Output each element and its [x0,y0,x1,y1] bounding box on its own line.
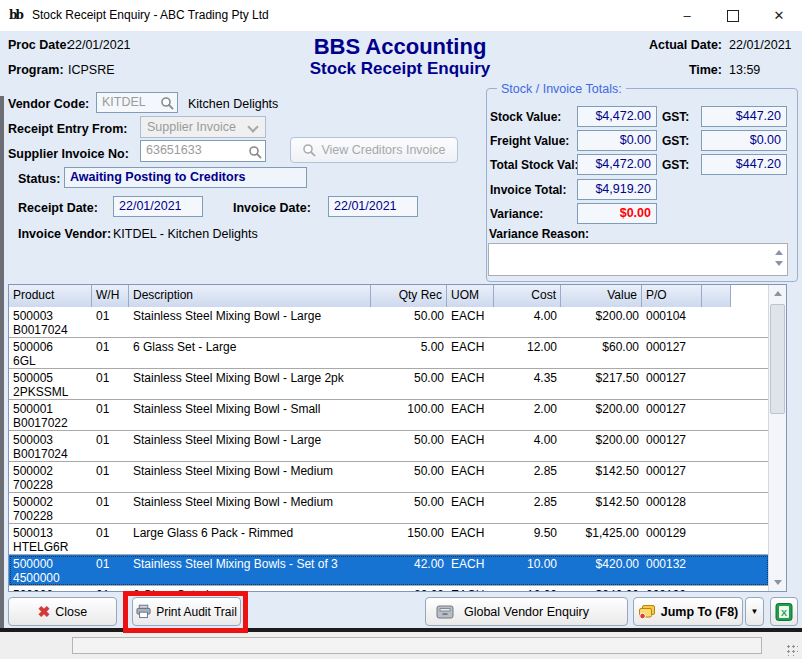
cell-product: 500006 [13,588,53,591]
cell-po: 000128 [646,495,686,509]
proc-date-value: 22/01/2021 [68,38,131,52]
cell-product-alt: B0017024 [13,447,68,461]
cell-description: Stainless Steel Mixing Bowl - Large 2pk [133,371,344,385]
cell-product-alt: 2PKSSML [13,385,68,399]
supplier-invoice-no-label: Supplier Invoice No: [8,147,129,161]
table-row[interactable]: 500000 4500000 01 Stainless Steel Mixing… [9,555,769,586]
view-creditors-invoice-button[interactable]: View Creditors Invoice [290,137,458,163]
bbs-app-icon: bb [9,7,26,24]
cell-value: $420.00 [549,557,639,571]
global-vendor-enquiry-label: Global Vendor Enquiry [464,605,589,619]
print-audit-trail-button[interactable]: Print Audit Trail [132,597,241,626]
table-row[interactable]: 500006 01 6 Glass Set - Large 20.00 EACH… [9,586,769,591]
total-stock-val-label: Total Stock Val: [490,158,578,172]
jump-to-button[interactable]: Jump To (F8) [633,597,743,626]
vendor-code-label: Vendor Code: [8,97,89,111]
cell-warehouse: 01 [96,371,109,385]
cell-warehouse: 01 [96,526,109,540]
col-wh[interactable]: W/H [92,285,129,307]
vendor-cabinet-icon [436,604,454,620]
stock-gst-label: GST: [662,110,689,124]
table-row[interactable]: 500003 B0017024 01 Stainless Steel Mixin… [9,431,769,462]
close-button[interactable]: ✖ Close [8,597,117,626]
cell-value: $200.00 [549,433,639,447]
cell-qty-rec: 42.00 [359,557,444,571]
cell-po: 000104 [646,309,686,323]
table-row[interactable]: 500006 6GL 01 6 Glass Set - Large 5.00 E… [9,338,769,369]
table-row[interactable]: 500002 700228 01 Stainless Steel Mixing … [9,462,769,493]
cell-value: $1,425.00 [549,526,639,540]
minimize-button[interactable]: – [664,0,710,31]
scroll-up-button[interactable] [769,285,786,302]
program-label: Program: [8,63,64,77]
status-message-area [72,637,762,654]
close-window-button[interactable]: ✕ [756,0,802,31]
search-icon[interactable] [160,96,174,113]
table-scrollbar[interactable] [768,285,786,591]
cell-description: 6 Glass Set - Large [133,340,236,354]
col-uom[interactable]: UOM [447,285,494,307]
scroll-down-icon [775,261,783,266]
resize-grip[interactable] [786,644,798,656]
scroll-down-button[interactable] [769,574,786,591]
cell-description: Stainless Steel Mixing Bowl - Medium [133,495,333,509]
receipt-entry-from-select[interactable]: Supplier Invoice [140,116,266,138]
col-po[interactable]: P/O [642,285,702,307]
invoice-date-field[interactable]: 22/01/2021 [328,196,418,217]
view-creditors-invoice-label: View Creditors Invoice [321,143,445,157]
scroll-down-icon [774,580,782,585]
freight-value-field: $0.00 [577,130,657,151]
invoice-date-label: Invoice Date: [233,201,311,215]
variance-reason-spinner[interactable] [772,246,785,273]
cell-cost: 2.00 [469,402,557,416]
cell-warehouse: 01 [96,340,109,354]
cell-po: 000127 [646,464,686,478]
freight-gst-field: $0.00 [701,130,787,151]
export-excel-button[interactable]: X [770,597,798,626]
table-body: 500003 B0017024 01 Stainless Steel Mixin… [9,307,769,591]
close-button-label: Close [55,605,87,619]
global-vendor-enquiry-button[interactable]: Global Vendor Enquiry [425,597,628,626]
cell-description: Stainless Steel Mixing Bowl - Medium [133,464,333,478]
col-value[interactable]: Value [561,285,642,307]
actual-date-value: 22/01/2021 [729,38,792,52]
cell-qty-rec: 5.00 [359,340,444,354]
supplier-invoice-no-field[interactable]: 63651633 [140,140,266,162]
vendor-code-field[interactable]: KITDEL [96,92,178,113]
table-row[interactable]: 500002 700228 01 Stainless Steel Mixing … [9,493,769,524]
search-icon[interactable] [248,145,262,162]
cell-description: Stainless Steel Mixing Bowl - Small [133,402,320,416]
cell-description: Stainless Steel Mixing Bowl - Large [133,433,321,447]
col-qty-rec[interactable]: Qty Rec [371,285,447,307]
status-field: Awaiting Posting to Creditors [64,167,307,188]
cell-product: 500000 [13,557,53,571]
table-row[interactable]: 500013 HTELG6R 01 Large Glass 6 Pack - R… [9,524,769,555]
col-description[interactable]: Description [129,285,371,307]
cell-product-alt: 6GL [13,354,36,368]
invoice-total-field: $4,919.20 [577,179,657,200]
col-product[interactable]: Product [9,285,92,307]
maximize-button[interactable] [710,0,756,31]
freight-gst-label: GST: [662,134,689,148]
table-row[interactable]: 500003 B0017024 01 Stainless Steel Mixin… [9,307,769,338]
cell-po: 000127 [646,371,686,385]
receipt-date-field[interactable]: 22/01/2021 [113,196,203,217]
variance-reason-input[interactable] [488,243,788,276]
cell-description: 6 Glass Set - Large [133,588,236,591]
cell-warehouse: 01 [96,464,109,478]
total-stock-val-field: $4,472.00 [577,154,657,175]
col-cost[interactable]: Cost [494,285,561,307]
receipt-date-label: Receipt Date: [18,201,98,215]
cell-qty-rec: 50.00 [359,433,444,447]
proc-date-label: Proc Date: [8,38,71,52]
table-row[interactable]: 500001 B0017022 01 Stainless Steel Mixin… [9,400,769,431]
col-filler [702,285,731,307]
scroll-thumb[interactable] [770,304,785,414]
table-row[interactable]: 500005 2PKSSML 01 Stainless Steel Mixing… [9,369,769,400]
scroll-up-icon [775,250,783,255]
time-label: Time: [640,63,722,77]
jump-to-dropdown-button[interactable]: ▼ [745,597,764,626]
cell-description: Stainless Steel Mixing Bowls - Set of 3 [133,557,338,571]
cell-cost: 2.85 [469,495,557,509]
cell-cost: 12.00 [469,340,557,354]
